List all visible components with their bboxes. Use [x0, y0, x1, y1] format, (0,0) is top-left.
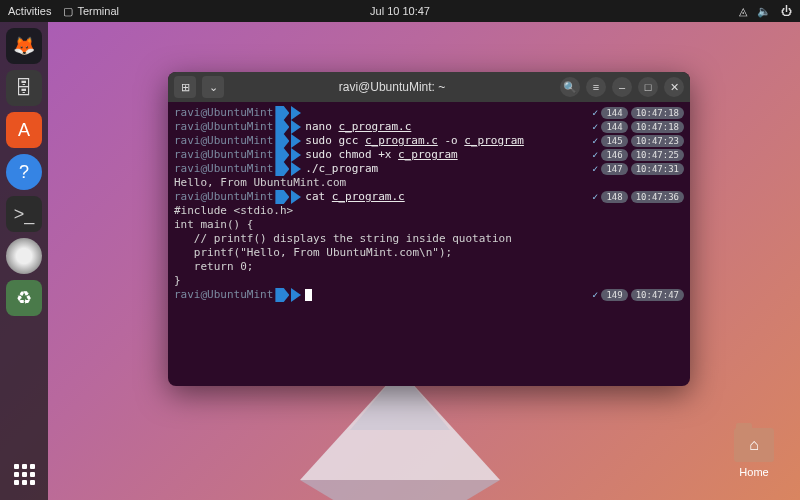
- menu-button[interactable]: ≡: [586, 77, 606, 97]
- dock-software[interactable]: A: [6, 112, 42, 148]
- dock-trash[interactable]: ♻: [6, 280, 42, 316]
- terminal-window: ⊞ ⌄ ravi@UbuntuMint: ~ 🔍 ≡ – □ ✕ ravi@Ub…: [168, 72, 690, 386]
- term-line-4: ravi@UbuntuMint sudo chmod +x c_program …: [174, 148, 684, 162]
- dock-firefox[interactable]: 🦊: [6, 28, 42, 64]
- terminal-body[interactable]: ravi@UbuntuMint ✓14410:47:18 ravi@Ubuntu…: [168, 102, 690, 386]
- firefox-icon: 🦊: [13, 35, 35, 57]
- new-tab-button[interactable]: ⊞: [174, 76, 196, 98]
- terminal-title: ravi@UbuntuMint: ~: [230, 80, 554, 94]
- dock-files[interactable]: 🗄: [6, 70, 42, 106]
- app-menu-label: Terminal: [77, 5, 119, 17]
- cursor: [305, 289, 312, 301]
- folder-icon: [734, 428, 774, 462]
- show-apps-button[interactable]: [6, 456, 42, 492]
- file-line: }: [174, 274, 684, 288]
- search-button[interactable]: 🔍: [560, 77, 580, 97]
- help-icon: ?: [19, 162, 29, 183]
- close-icon: ✕: [670, 81, 679, 94]
- file-line: return 0;: [174, 260, 684, 274]
- file-line: // printf() displays the string inside q…: [174, 232, 684, 246]
- search-icon: 🔍: [563, 81, 577, 94]
- top-bar: Activities ▢ Terminal Jul 10 10:47 ◬ 🔈 ⏻: [0, 0, 800, 22]
- minimize-button[interactable]: –: [612, 77, 632, 97]
- maximize-icon: □: [645, 81, 652, 93]
- term-output-hello: Hello, From UbuntuMint.com: [174, 176, 684, 190]
- dock: 🦊 🗄 A ? >_ ♻: [0, 22, 48, 500]
- term-line-2: ravi@UbuntuMint nano c_program.c ✓14410:…: [174, 120, 684, 134]
- app-menu[interactable]: ▢ Terminal: [63, 5, 119, 18]
- term-line-5: ravi@UbuntuMint ./c_program ✓14710:47:31: [174, 162, 684, 176]
- maximize-button[interactable]: □: [638, 77, 658, 97]
- dock-help[interactable]: ?: [6, 154, 42, 190]
- file-line: printf("Hello, From UbuntuMint.com\n");: [174, 246, 684, 260]
- dock-terminal[interactable]: >_: [6, 196, 42, 232]
- software-icon: A: [18, 120, 30, 141]
- svg-marker-2: [300, 480, 500, 500]
- term-line-3: ravi@UbuntuMint sudo gcc c_program.c -o …: [174, 134, 684, 148]
- dock-disc[interactable]: [6, 238, 42, 274]
- trash-icon: ♻: [16, 287, 32, 309]
- desktop-home-icon[interactable]: Home: [734, 428, 774, 478]
- tab-dropdown-button[interactable]: ⌄: [202, 76, 224, 98]
- clock[interactable]: Jul 10 10:47: [370, 5, 430, 17]
- minimize-icon: –: [619, 81, 625, 93]
- file-line: int main() {: [174, 218, 684, 232]
- term-prompt-current[interactable]: ravi@UbuntuMint ✓14910:47:47: [174, 288, 684, 302]
- network-icon[interactable]: ◬: [739, 5, 747, 18]
- terminal-titlebar: ⊞ ⌄ ravi@UbuntuMint: ~ 🔍 ≡ – □ ✕: [168, 72, 690, 102]
- files-icon: 🗄: [15, 78, 33, 99]
- volume-icon[interactable]: 🔈: [757, 5, 771, 18]
- terminal-icon: >_: [14, 204, 35, 225]
- power-icon[interactable]: ⏻: [781, 5, 792, 17]
- hamburger-icon: ≡: [593, 81, 599, 93]
- term-line-cat: ravi@UbuntuMint cat c_program.c ✓14810:4…: [174, 190, 684, 204]
- desktop-home-label: Home: [734, 466, 774, 478]
- term-line-1: ravi@UbuntuMint ✓14410:47:18: [174, 106, 684, 120]
- terminal-icon: ▢: [63, 5, 73, 18]
- close-button[interactable]: ✕: [664, 77, 684, 97]
- activities-button[interactable]: Activities: [8, 5, 51, 17]
- file-line: #include <stdio.h>: [174, 204, 684, 218]
